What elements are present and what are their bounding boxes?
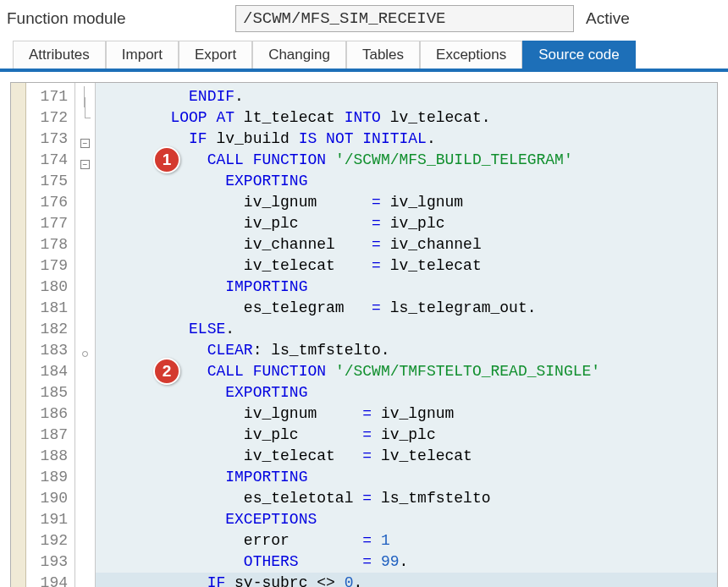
line-number: 186 <box>26 403 74 425</box>
line-number: 185 <box>26 382 74 403</box>
line-number: 177 <box>26 213 74 234</box>
line-number: 181 <box>26 298 74 319</box>
tab-exceptions[interactable]: Exceptions <box>420 41 522 69</box>
code-line[interactable]: IMPORTING <box>96 277 717 298</box>
fold-cell <box>75 361 95 382</box>
code-line[interactable]: IMPORTING <box>96 467 717 488</box>
line-number: 171 <box>26 86 74 107</box>
line-number: 179 <box>26 255 74 277</box>
tabstrip: AttributesImportExportChangingTablesExce… <box>0 41 728 72</box>
code-line[interactable]: iv_telecat = lv_telecat <box>96 255 717 277</box>
code-line[interactable]: IF lv_build IS NOT INITIAL. <box>96 129 717 150</box>
fold-cell <box>75 107 95 129</box>
fold-collapse-icon[interactable]: − <box>80 139 90 148</box>
line-number: 192 <box>26 530 74 551</box>
code-line[interactable]: EXCEPTIONS <box>96 509 717 530</box>
line-number: 173 <box>26 129 74 150</box>
fold-node-icon <box>82 351 88 357</box>
line-number: 184 <box>26 361 74 382</box>
tab-import[interactable]: Import <box>106 41 179 69</box>
fold-cell: − <box>75 129 95 150</box>
fold-cell <box>75 171 95 192</box>
code-line[interactable]: LOOP AT lt_telecat INTO lv_telecat. <box>96 107 717 129</box>
line-number: 174 <box>26 150 74 171</box>
line-number-gutter: 1711721731741751761771781791801811821831… <box>26 83 75 587</box>
code-line[interactable]: CALL FUNCTION '/SCWM/TMFSTELTO_READ_SING… <box>96 361 717 382</box>
status-text: Active <box>582 9 630 28</box>
code-line[interactable]: error = 1 <box>96 530 717 551</box>
fold-cell <box>75 403 95 425</box>
fold-cell <box>75 551 95 573</box>
tab-source-code[interactable]: Source code <box>522 41 635 69</box>
fold-cell <box>75 340 95 361</box>
fold-cell <box>75 319 95 340</box>
fold-end-icon <box>85 97 91 118</box>
fold-cell <box>75 509 95 530</box>
line-number: 191 <box>26 509 74 530</box>
code-editor: 1711721731741751761771781791801811821831… <box>10 82 718 587</box>
line-number: 188 <box>26 446 74 467</box>
code-line[interactable]: ENDIF. <box>96 86 717 107</box>
line-number: 187 <box>26 425 74 446</box>
function-module-input[interactable] <box>235 5 574 32</box>
fold-cell <box>75 192 95 213</box>
code-line[interactable]: iv_plc = iv_plc <box>96 213 717 234</box>
line-number: 193 <box>26 551 74 573</box>
fold-cell <box>75 277 95 298</box>
code-line[interactable]: CLEAR: ls_tmfstelto. <box>96 340 717 361</box>
fold-cell <box>75 425 95 446</box>
line-number: 183 <box>26 340 74 361</box>
tab-tables[interactable]: Tables <box>346 41 420 69</box>
fold-cell <box>75 255 95 277</box>
line-number: 180 <box>26 277 74 298</box>
line-number: 176 <box>26 192 74 213</box>
code-area[interactable]: ENDIF. LOOP AT lt_telecat INTO lv_teleca… <box>96 83 717 587</box>
tab-export[interactable]: Export <box>179 41 252 69</box>
fold-cell <box>75 573 95 587</box>
function-module-label: Function module <box>7 9 227 28</box>
line-number: 178 <box>26 234 74 255</box>
line-number: 182 <box>26 319 74 340</box>
callout-badge: 1 <box>153 146 180 173</box>
line-number: 190 <box>26 488 74 509</box>
tab-changing[interactable]: Changing <box>252 41 346 69</box>
code-line[interactable]: EXPORTING <box>96 171 717 192</box>
fold-collapse-icon[interactable]: − <box>80 160 90 169</box>
code-line[interactable]: IF sy-subrc <> 0. <box>96 573 717 587</box>
code-line[interactable]: OTHERS = 99. <box>96 551 717 573</box>
fold-gutter: −−− <box>75 83 96 587</box>
code-line[interactable]: iv_channel = iv_channel <box>96 234 717 255</box>
code-line[interactable]: CALL FUNCTION '/SCWM/MFS_BUILD_TELEGRAM' <box>96 150 717 171</box>
fold-cell <box>75 446 95 467</box>
code-line[interactable]: EXPORTING <box>96 382 717 403</box>
line-number: 175 <box>26 171 74 192</box>
header: Function module Active <box>0 0 728 39</box>
fold-cell <box>75 382 95 403</box>
code-line[interactable]: iv_lgnum = iv_lgnum <box>96 403 717 425</box>
fold-cell <box>75 298 95 319</box>
code-line[interactable]: iv_plc = iv_plc <box>96 425 717 446</box>
line-number: 194 <box>26 573 74 587</box>
fold-cell <box>75 213 95 234</box>
fold-cell: − <box>75 150 95 171</box>
fold-cell <box>75 530 95 551</box>
fold-cell <box>75 234 95 255</box>
code-line[interactable]: iv_telecat = lv_telecat <box>96 446 717 467</box>
callout-badge: 2 <box>153 358 180 385</box>
line-number: 172 <box>26 107 74 129</box>
tab-attributes[interactable]: Attributes <box>13 41 106 69</box>
marker-gutter <box>11 83 26 587</box>
fold-cell <box>75 467 95 488</box>
line-number: 189 <box>26 467 74 488</box>
fold-cell <box>75 488 95 509</box>
code-line[interactable]: es_teletotal = ls_tmfstelto <box>96 488 717 509</box>
code-line[interactable]: iv_lgnum = iv_lgnum <box>96 192 717 213</box>
code-line[interactable]: ELSE. <box>96 319 717 340</box>
code-line[interactable]: es_telegram = ls_telegram_out. <box>96 298 717 319</box>
